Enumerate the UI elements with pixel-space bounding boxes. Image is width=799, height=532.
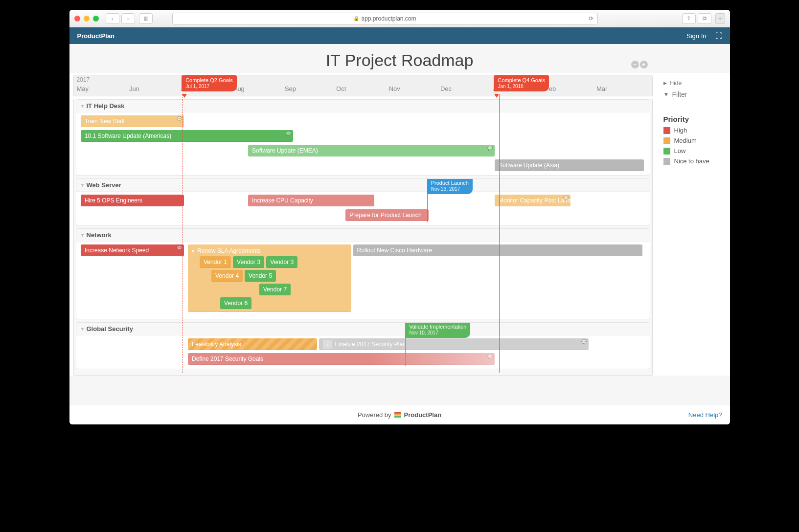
fullscreen-icon[interactable]: ⛶ (715, 32, 722, 40)
lane-network: ▾NetworkIncrease Network Speed💬▾Renew SL… (76, 228, 650, 319)
milestone-line (427, 191, 428, 222)
timeline-header: 20172018 MayJunJulAugSepOctNovDecJanFebM… (73, 75, 653, 96)
lane-title: Web Server (87, 181, 121, 189)
filter-label: Filter (672, 90, 687, 98)
bar-label: Software Update (EMEA) (252, 147, 318, 154)
task-bar[interactable]: Feasibility Analysis (188, 338, 317, 350)
legend-swatch (663, 137, 670, 144)
comment-icon: 💬 (563, 196, 569, 200)
task-bar[interactable]: Monitor Capacity Post Launch💬 (495, 195, 571, 206)
legend-item[interactable]: Medium (663, 135, 723, 146)
share-button[interactable]: ⇪ (682, 13, 696, 24)
task-bar[interactable]: 10.1 Software Update (Americas)💬 (81, 130, 293, 142)
tabs-button[interactable]: ⧉ (698, 13, 711, 24)
milestone-flag[interactable]: Complete Q2 GoalsJul 1, 2017 (182, 75, 237, 91)
reload-icon[interactable]: ⟳ (589, 15, 594, 22)
back-button[interactable]: ‹ (106, 13, 119, 24)
chevron-down-icon: ▾ (81, 326, 84, 332)
legend-label: High (674, 127, 687, 134)
task-bar[interactable]: Software Update (EMEA)💬 (248, 145, 495, 156)
legend-item[interactable]: High (663, 125, 723, 135)
new-tab-button[interactable]: + (715, 13, 725, 24)
side-panel: ▶ Hide ▼ Filter Priority HighMediumLowNi… (657, 73, 730, 376)
lane-header[interactable]: ▾Global Security (76, 323, 650, 335)
legend-swatch (663, 158, 670, 165)
lanes-container: ▾IT Help DeskTrain New Staff💬10.1 Softwa… (73, 99, 653, 376)
vendor-bar[interactable]: Vendor 3 (233, 256, 264, 268)
milestone-title: Product Launch (431, 180, 469, 186)
bar-label: Train New Staff (85, 118, 125, 125)
maximize-window-icon[interactable] (93, 16, 99, 22)
vendor-bar[interactable]: Vendor 1 (200, 256, 231, 268)
task-bar[interactable]: Hire 5 OPS Engineers (81, 195, 184, 206)
powered-by-label: Powered by (358, 411, 391, 419)
bar-label: Prepare for Product Launch (349, 212, 421, 219)
lane-header[interactable]: ▾Web Server (76, 179, 650, 192)
lane-row: Increase Network Speed💬▾Renew SLA Agreem… (76, 244, 650, 317)
milestone-flag-validate[interactable]: Validate ImplementationNov 10, 2017 (405, 322, 470, 338)
legend-title: Priority (663, 115, 723, 123)
lane-web-server: ▾Web ServerHire 5 OPS EngineersIncrease … (76, 178, 650, 225)
close-window-icon[interactable] (74, 16, 80, 22)
vendor-bar[interactable]: Vendor 3 (266, 256, 297, 268)
forward-button[interactable]: › (121, 13, 135, 24)
bar-label: Monitor Capacity Post Launch (499, 197, 571, 204)
sign-in-link[interactable]: Sign In (686, 32, 706, 40)
lane-it-help-desk: ▾IT Help DeskTrain New Staff💬10.1 Softwa… (76, 99, 650, 176)
comment-icon: 💬 (177, 116, 182, 121)
legend-label: Nice to have (674, 157, 709, 165)
vendor-bar[interactable]: Vendor 5 (245, 270, 276, 282)
month-label: Nov (389, 85, 400, 92)
lane-body: Increase Network Speed💬▾Renew SLA Agreem… (76, 242, 650, 319)
container-bar[interactable]: ▾Renew SLA AgreementsVendor 1Vendor 3Ven… (188, 244, 351, 312)
minimize-window-icon[interactable] (84, 16, 90, 22)
task-bar[interactable]: ›Finalize 2017 Security Plan💬 (319, 338, 589, 350)
lane-body: Train New Staff💬10.1 Software Update (Am… (76, 112, 650, 175)
vendor-bar[interactable]: Vendor 7 (259, 284, 291, 295)
address-bar[interactable]: 🔒 app.productplan.com ⟳ (172, 13, 598, 24)
task-bar[interactable]: Increase Network Speed💬 (81, 244, 184, 256)
browser-window: ‹ › ▥ 🔒 app.productplan.com ⟳ ⇪ ⧉ + Prod… (69, 10, 730, 424)
milestone-line (405, 334, 406, 366)
filter-icon: ▼ (663, 91, 669, 98)
chevron-down-icon: ▾ (81, 182, 84, 188)
task-bar[interactable]: Define 2017 Security Goals💬 (188, 353, 495, 365)
milestone-flag-product-launch[interactable]: Product LaunchNov 23, 2017 (427, 178, 473, 194)
lane-row: Software Update (Asia) (76, 158, 650, 173)
sidebar-toggle-button[interactable]: ▥ (139, 13, 153, 24)
lane-title: Global Security (87, 325, 133, 332)
legend-swatch (663, 127, 670, 134)
bar-label: Increase CPU Capacity (252, 197, 313, 204)
zoom-in-button[interactable]: + (640, 61, 648, 68)
lane-global-security: ▾Global SecurityFeasibility Analysis›Fin… (76, 322, 650, 369)
milestone-flag[interactable]: Complete Q4 GoalsJan 1, 2018 (494, 75, 549, 91)
comment-icon: 💬 (487, 146, 493, 151)
help-link[interactable]: Need Help? (688, 411, 722, 419)
lane-row: 10.1 Software Update (Americas)💬 (76, 129, 650, 144)
milestone-date: Jul 1, 2017 (185, 84, 233, 89)
vendor-bar[interactable]: Vendor 6 (220, 297, 251, 309)
filter-toggle[interactable]: ▼ Filter (663, 89, 723, 100)
hide-toggle[interactable]: ▶ Hide (663, 78, 723, 89)
task-bar[interactable]: Prepare for Product Launch (345, 209, 429, 221)
task-bar[interactable]: Software Update (Asia) (495, 159, 644, 171)
vendor-bar[interactable]: Vendor 4 (211, 270, 243, 282)
milestone-line (499, 94, 500, 373)
zoom-out-button[interactable]: − (631, 61, 639, 68)
lane-header[interactable]: ▾Network (76, 229, 650, 242)
comment-icon: 💬 (286, 131, 291, 136)
task-bar[interactable]: Increase CPU Capacity (248, 195, 374, 206)
bar-label: Define 2017 Security Goals (192, 355, 263, 362)
lane-row: Hire 5 OPS EngineersIncrease CPU Capacit… (76, 194, 650, 208)
lane-header[interactable]: ▾IT Help Desk (76, 100, 650, 112)
task-bar[interactable]: Train New Staff💬 (81, 115, 184, 127)
task-bar[interactable]: Rollout New Cisco Hardware (353, 244, 643, 256)
lane-row: Train New Staff💬 (76, 114, 650, 129)
lane-body: Hire 5 OPS EngineersIncrease CPU Capacit… (76, 192, 650, 225)
lock-icon: 🔒 (353, 16, 359, 21)
milestone-line (182, 94, 183, 373)
legend-item[interactable]: Low (663, 146, 723, 156)
legend-item[interactable]: Nice to have (663, 156, 723, 166)
year-label: 2017 (76, 76, 90, 83)
milestone-title: Complete Q4 Goals (498, 77, 545, 84)
